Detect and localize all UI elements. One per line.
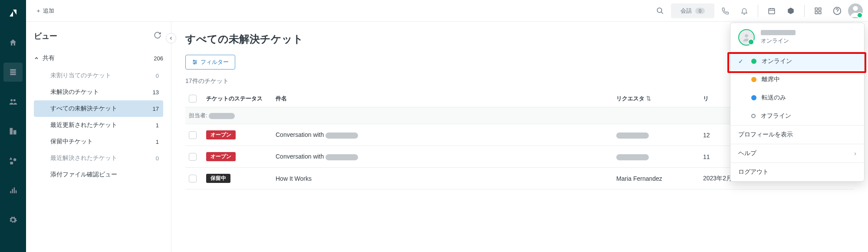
- group-label: 担当者:: [189, 112, 207, 119]
- status-badge: オープン: [206, 130, 236, 139]
- subject: How It Works: [276, 175, 616, 182]
- current-status-label: オンライン: [761, 37, 796, 45]
- view-profile-item[interactable]: プロフィールを表示: [730, 126, 864, 144]
- select-all-checkbox[interactable]: [189, 95, 197, 103]
- help-icon[interactable]: [829, 3, 845, 19]
- view-item-recently-updated[interactable]: 最近更新されたチケット1: [34, 117, 163, 133]
- profile-dropdown: オンライン ✓ オンライン 離席中 転送のみ: [730, 23, 865, 182]
- check-icon: ✓: [738, 58, 746, 65]
- left-nav-rail: [0, 0, 26, 252]
- view-item-pending[interactable]: 保留中チケット1: [34, 133, 163, 150]
- status-option-online[interactable]: ✓ オンライン: [730, 52, 864, 70]
- svg-rect-8: [815, 11, 817, 13]
- redacted-name: [761, 30, 796, 35]
- avatar-icon: [738, 29, 755, 46]
- logout-item[interactable]: ログアウト: [730, 163, 864, 181]
- subject: Conversation with: [276, 131, 324, 138]
- redacted-text: [616, 154, 649, 160]
- rail-logo-icon[interactable]: [3, 3, 23, 23]
- group-count: 206: [154, 55, 163, 62]
- col-status[interactable]: チケットのステータス: [206, 95, 276, 103]
- status-option-offline[interactable]: オフライン: [730, 107, 864, 125]
- topbar: ＋ 追加 会話 0: [26, 0, 868, 22]
- status-label: 離席中: [762, 76, 780, 83]
- help-label: ヘルプ: [738, 149, 756, 157]
- add-button[interactable]: ＋ 追加: [31, 4, 59, 17]
- redacted-text: [326, 154, 358, 160]
- away-dot-icon: [751, 77, 756, 82]
- status-label: オフライン: [761, 112, 791, 120]
- rail-shapes-icon[interactable]: [3, 151, 23, 170]
- sort-icon: ⇅: [646, 95, 651, 102]
- svg-point-16: [195, 62, 196, 63]
- status-badge: オープン: [206, 152, 236, 161]
- conversation-button[interactable]: 会話 0: [671, 3, 714, 18]
- status-option-transfer[interactable]: 転送のみ: [730, 89, 864, 107]
- rail-views-icon[interactable]: [3, 63, 23, 82]
- chevron-down-icon: [34, 56, 39, 61]
- rail-reports-icon[interactable]: [3, 181, 23, 200]
- col-requester[interactable]: リクエスタ⇅: [616, 95, 703, 103]
- status-badge: 保留中: [206, 174, 230, 183]
- row-checkbox[interactable]: [189, 131, 197, 139]
- svg-rect-6: [815, 8, 817, 10]
- row-checkbox[interactable]: [189, 153, 197, 161]
- svg-point-14: [194, 60, 194, 61]
- package-icon[interactable]: [783, 3, 799, 19]
- filter-button[interactable]: フィルター: [185, 55, 235, 70]
- collapse-sidebar-button[interactable]: [166, 33, 176, 43]
- svg-rect-2: [769, 8, 775, 13]
- cell-requester: Maria Fernandez: [616, 175, 703, 182]
- redacted-text: [326, 133, 358, 139]
- divider: [804, 5, 805, 17]
- svg-point-12: [745, 34, 748, 37]
- filter-label: フィルター: [201, 58, 229, 66]
- redacted-text: [209, 113, 235, 119]
- row-checkbox[interactable]: [189, 175, 197, 182]
- rail-org-icon[interactable]: [3, 122, 23, 141]
- svg-point-0: [657, 8, 662, 13]
- divider: [758, 5, 758, 17]
- svg-line-1: [661, 12, 663, 14]
- subject: Conversation with: [276, 153, 324, 160]
- rail-customers-icon[interactable]: [3, 92, 23, 111]
- plus-icon: ＋: [36, 7, 41, 15]
- view-item-unassigned[interactable]: 未割り当てのチケット0: [34, 67, 163, 84]
- status-label: オンライン: [762, 57, 792, 65]
- view-item-attachments[interactable]: 添付ファイル確認ビュー: [34, 166, 163, 183]
- chevron-right-icon: ›: [854, 150, 856, 157]
- sidebar-title: ビュー: [34, 31, 57, 41]
- status-option-away[interactable]: 離席中: [730, 70, 864, 89]
- col-subject[interactable]: 件名: [276, 95, 616, 103]
- profile-avatar-button[interactable]: [848, 3, 863, 18]
- svg-point-18: [194, 63, 195, 64]
- refresh-button[interactable]: [152, 30, 163, 42]
- view-item-recently-solved[interactable]: 最近解決されたチケット0: [34, 150, 163, 166]
- group-shared[interactable]: 共有 206: [34, 51, 163, 66]
- filter-icon: [192, 59, 198, 65]
- rail-settings-icon[interactable]: [3, 210, 23, 229]
- view-list: 未割り当てのチケット0 未解決のチケット13 すべての未解決チケット17 最近更…: [34, 67, 163, 183]
- bell-icon[interactable]: [736, 3, 753, 19]
- search-icon[interactable]: [652, 3, 668, 19]
- help-item[interactable]: ヘルプ ›: [730, 144, 864, 162]
- transfer-dot-icon: [751, 95, 756, 100]
- calendar-icon[interactable]: [763, 3, 780, 19]
- svg-rect-7: [819, 8, 821, 10]
- view-profile-label: プロフィールを表示: [738, 131, 793, 139]
- status-label: 転送のみ: [762, 94, 786, 102]
- dropdown-profile-section: オンライン: [730, 23, 864, 52]
- redacted-text: [616, 133, 649, 139]
- conversation-label: 会話: [681, 7, 692, 15]
- conversation-count: 0: [695, 8, 705, 14]
- view-item-all-unresolved[interactable]: すべての未解決チケット17: [34, 100, 163, 117]
- views-sidebar: ビュー 共有 206 未割り当てのチケット0 未解決のチケット13 すべての未解…: [26, 22, 171, 252]
- svg-rect-9: [819, 11, 821, 13]
- view-item-unresolved[interactable]: 未解決のチケット13: [34, 84, 163, 100]
- svg-point-11: [853, 6, 858, 10]
- apps-icon[interactable]: [810, 3, 826, 19]
- offline-dot-icon: [751, 114, 756, 118]
- group-label: 共有: [43, 54, 55, 62]
- phone-icon[interactable]: [717, 3, 733, 19]
- rail-home-icon[interactable]: [3, 33, 23, 52]
